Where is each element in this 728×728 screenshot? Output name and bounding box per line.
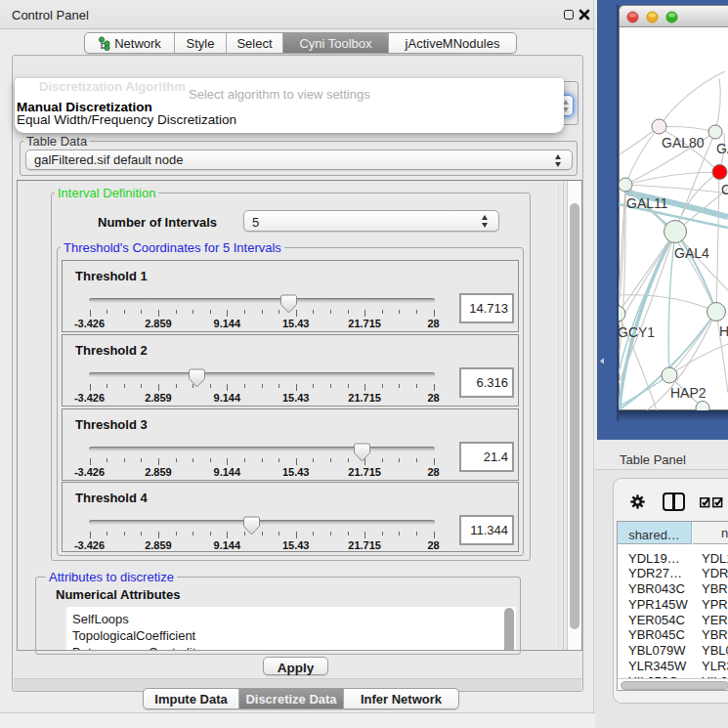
svg-text:HAP2: HAP2 <box>670 385 707 401</box>
svg-text:GCY1: GCY1 <box>619 324 655 340</box>
svg-text:HIS4: HIS4 <box>719 323 728 339</box>
svg-text:CD: CD <box>721 182 728 197</box>
svg-text:GAL11: GAL11 <box>626 195 668 211</box>
svg-text:GAL3: GAL3 <box>716 141 728 156</box>
svg-text:GAL80: GAL80 <box>662 135 705 150</box>
svg-text:GAL4: GAL4 <box>674 245 709 261</box>
